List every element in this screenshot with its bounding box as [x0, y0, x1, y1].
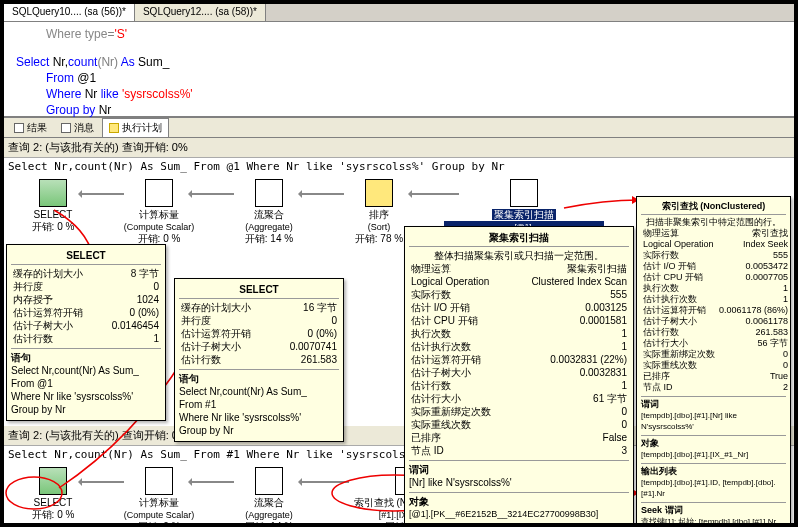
- arrow: [189, 193, 234, 195]
- scan-icon: [510, 179, 538, 207]
- select-icon: [39, 467, 67, 495]
- tab-sql1[interactable]: SQLQuery10.... (sa (56))*: [4, 4, 135, 21]
- arrow: [409, 193, 459, 195]
- compute-icon: [145, 467, 173, 495]
- op-compute-2[interactable]: 计算标量(Compute Scalar)开销: 0 %: [114, 467, 204, 523]
- sort-icon: [365, 179, 393, 207]
- grid-icon: [14, 123, 24, 133]
- op-select-1[interactable]: SELECT开销: 0 %: [8, 179, 98, 233]
- result-tabs: 结果 消息 执行计划: [4, 118, 794, 138]
- tab-sql2[interactable]: SQLQuery12.... (sa (58))*: [135, 4, 266, 21]
- tab-execplan[interactable]: 执行计划: [102, 118, 169, 137]
- tab-results[interactable]: 结果: [8, 119, 53, 137]
- plan-icon: [109, 123, 119, 133]
- op-agg-1[interactable]: 流聚合(Aggregate)开销: 14 %: [224, 179, 314, 245]
- arrow: [299, 481, 349, 483]
- tooltip-cis: 聚集索引扫描 整体扫描聚集索引或只扫描一定范围。 物理运算聚集索引扫描Logic…: [404, 226, 634, 523]
- arrow: [79, 481, 124, 483]
- agg-icon: [255, 467, 283, 495]
- agg-icon: [255, 179, 283, 207]
- compute-icon: [145, 179, 173, 207]
- arrow: [79, 193, 124, 195]
- sql-editor[interactable]: Where type='S' Select Nr,count(Nr) As Su…: [4, 22, 794, 118]
- file-tabs: SQLQuery10.... (sa (56))* SQLQuery12....…: [4, 4, 794, 22]
- tab-messages[interactable]: 消息: [55, 119, 100, 137]
- execution-plan-area[interactable]: 查询 2: (与该批有关的) 查询开销: 0% Select Nr,count(…: [4, 138, 794, 523]
- msg-icon: [61, 123, 71, 133]
- op-agg-2[interactable]: 流聚合(Aggregate)开销: 14 %: [224, 467, 314, 523]
- arrow: [299, 193, 344, 195]
- query1-header: 查询 2: (与该批有关的) 查询开销: 0%: [4, 138, 794, 158]
- tooltip-seek: 索引查找 (NonClustered) 扫描非聚集索引中特定范围的行。 物理运算…: [636, 196, 791, 523]
- op-compute-1[interactable]: 计算标量(Compute Scalar)开销: 0 %: [114, 179, 204, 245]
- query1-sql: Select Nr,count(Nr) As Sum_ From @1 Wher…: [4, 158, 794, 175]
- tooltip-select-2: SELECT 缓存的计划大小16 字节并行度0估计运算符开销0 (0%)估计子树…: [174, 278, 344, 442]
- arrow: [189, 481, 234, 483]
- tooltip-select-1: SELECT 缓存的计划大小8 字节并行度0内存授予1024估计运算符开销0 (…: [6, 244, 166, 421]
- select-icon: [39, 179, 67, 207]
- op-select-2[interactable]: SELECT开销: 0 %: [8, 467, 98, 521]
